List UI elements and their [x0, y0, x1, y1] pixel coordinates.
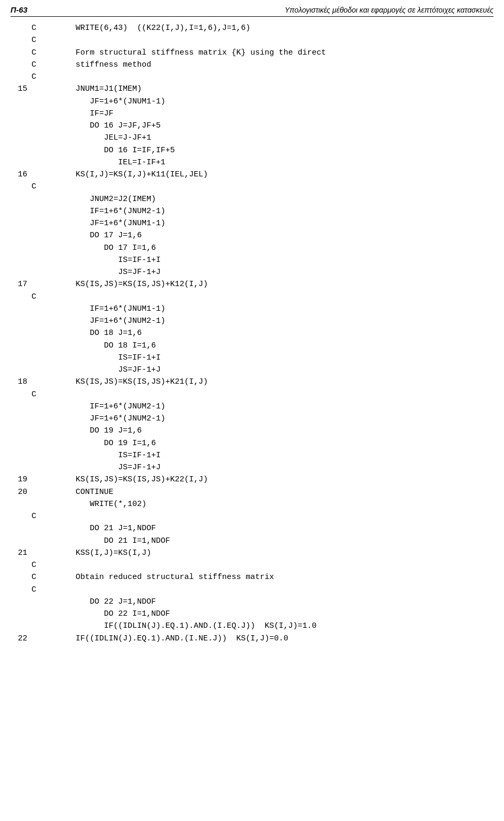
line-code: JF=1+6*(JNUM1-1) [47, 96, 494, 108]
line-code [47, 71, 494, 83]
line-label: C [32, 510, 47, 522]
line-label [32, 633, 47, 645]
line-label [32, 401, 47, 413]
code-line: IF((IDLIN(J).EQ.1).AND.(I.EQ.J)) KS(I,J)… [10, 620, 494, 632]
line-number [10, 559, 32, 571]
code-line: IF=1+6*(JNUM2-1) [10, 401, 494, 413]
line-label [32, 96, 47, 108]
line-number [10, 352, 32, 364]
code-line: DO 17 J=1,6 [10, 229, 494, 241]
line-label: C [32, 71, 47, 83]
code-line: JS=JF-1+J [10, 364, 494, 376]
code-line: 18 KS(IS,JS)=KS(IS,JS)+K21(I,J) [10, 376, 494, 388]
line-number [10, 522, 32, 534]
code-line: DO 22 J=1,NDOF [10, 596, 494, 608]
line-label [32, 376, 47, 388]
code-line: DO 22 I=1,NDOF [10, 608, 494, 620]
line-code: KS(IS,JS)=KS(IS,JS)+K22(I,J) [47, 473, 494, 486]
line-number [10, 340, 32, 352]
line-code [47, 559, 494, 571]
line-code [47, 510, 494, 522]
line-label: C [32, 59, 47, 71]
line-code: JF=1+6*(JNUM1-1) [47, 217, 494, 229]
code-line: 20 CONTINUE [10, 486, 494, 498]
line-label [32, 547, 47, 559]
code-line: JF=1+6*(JNUM2-1) [10, 413, 494, 425]
line-label: C [32, 571, 47, 583]
code-line: DO 21 I=1,NDOF [10, 535, 494, 547]
line-number [10, 510, 32, 522]
line-number: 15 [10, 83, 32, 95]
line-label [32, 83, 47, 95]
line-number [10, 388, 32, 401]
line-label [32, 596, 47, 608]
line-number [10, 571, 32, 583]
line-code [47, 181, 494, 193]
line-code: IS=IF-1+I [47, 254, 494, 266]
line-code: JNUM1=J1(IMEM) [47, 83, 494, 95]
page-title: Υπολογιστικές μέθοδοι και εφαρμογές σε λ… [285, 6, 494, 14]
line-number: 18 [10, 376, 32, 388]
line-number [10, 425, 32, 437]
code-line: JF=1+6*(JNUM1-1) [10, 96, 494, 108]
code-line: DO 19 I=1,6 [10, 437, 494, 449]
code-line: C [10, 181, 494, 193]
line-label [32, 461, 47, 473]
line-label [32, 340, 47, 352]
line-label [32, 364, 47, 376]
line-label [32, 620, 47, 632]
line-code: JS=JF-1+J [47, 364, 494, 376]
line-number [10, 205, 32, 217]
line-code: WRITE(*,102) [47, 498, 494, 510]
line-code: KS(IS,JS)=KS(IS,JS)+K12(I,J) [47, 278, 494, 290]
line-code [47, 34, 494, 46]
line-code [47, 584, 494, 596]
line-label [32, 425, 47, 437]
line-code: DO 21 I=1,NDOF [47, 535, 494, 547]
line-code: IS=IF-1+I [47, 449, 494, 461]
line-number [10, 217, 32, 229]
code-line: JF=1+6*(JNUM2-1) [10, 315, 494, 327]
code-line: C [10, 510, 494, 522]
line-code: DO 16 J=JF,JF+5 [47, 120, 494, 132]
line-label [32, 352, 47, 364]
line-label [32, 132, 47, 144]
page-number: Π-63 [10, 5, 27, 14]
line-code: CONTINUE [47, 486, 494, 498]
line-number [10, 71, 32, 83]
line-number [10, 498, 32, 510]
line-number [10, 22, 32, 34]
code-line: C [10, 584, 494, 596]
line-number [10, 413, 32, 425]
line-label: C [32, 291, 47, 303]
code-line: 19 KS(IS,JS)=KS(IS,JS)+K22(I,J) [10, 473, 494, 486]
line-number [10, 34, 32, 46]
line-label: C [32, 181, 47, 193]
line-number [10, 596, 32, 608]
code-line: 21 KSS(I,J)=KS(I,J) [10, 547, 494, 559]
code-line: JS=JF-1+J [10, 266, 494, 278]
line-number [10, 315, 32, 327]
line-code: KSS(I,J)=KS(I,J) [47, 547, 494, 559]
line-number [10, 437, 32, 449]
line-number [10, 120, 32, 132]
line-label: C [32, 34, 47, 46]
code-line: DO 18 J=1,6 [10, 327, 494, 339]
line-label [32, 229, 47, 241]
code-line: IF=JF [10, 108, 494, 120]
line-number [10, 254, 32, 266]
line-label [32, 486, 47, 498]
line-label [32, 266, 47, 278]
code-line: DO 16 I=IF,IF+5 [10, 144, 494, 156]
line-label: C [32, 584, 47, 596]
line-code: IF=1+6*(JNUM2-1) [47, 205, 494, 217]
line-number: 19 [10, 473, 32, 486]
code-area: C WRITE(6,43) ((K22(I,J),I=1,6),J=1,6)CC… [10, 22, 494, 645]
line-label [32, 169, 47, 181]
line-code: DO 19 J=1,6 [47, 425, 494, 437]
line-code: DO 18 J=1,6 [47, 327, 494, 339]
line-code: DO 17 I=1,6 [47, 242, 494, 254]
line-label [32, 193, 47, 205]
line-label [32, 522, 47, 534]
line-number [10, 608, 32, 620]
